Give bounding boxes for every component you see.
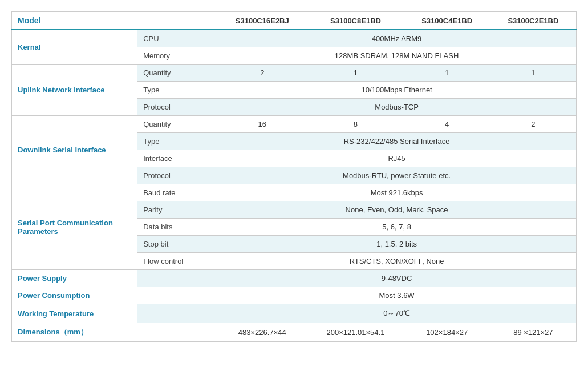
category-cell: Working Temperature <box>12 304 137 323</box>
value-cell: 1 <box>307 65 404 82</box>
sublabel-cell: Type <box>137 82 217 99</box>
table-row: Serial Port Communication ParametersBaud… <box>12 184 577 201</box>
table-row: Working Temperature0～70℃ <box>12 304 577 323</box>
value-cell: 1 <box>404 65 490 82</box>
value-cell: 4 <box>404 116 490 133</box>
value-cell: 483×226.7×44 <box>217 323 307 342</box>
sublabel-cell: Stop bit <box>137 236 217 253</box>
value-cell-span: RJ45 <box>217 150 577 167</box>
sublabel-cell: Quantity <box>137 65 217 82</box>
sublabel-cell: Flow control <box>137 253 217 270</box>
value-cell-span: None, Even, Odd, Mark, Space <box>217 201 577 219</box>
table-row: Uplink Network InterfaceQuantity2111 <box>12 65 577 82</box>
value-cell-span: Modbus-TCP <box>217 99 577 116</box>
value-cell-span: 10/100Mbps Ethernet <box>217 82 577 99</box>
table-row: Power ConsumptionMost 3.6W <box>12 287 577 304</box>
sublabel-cell: Parity <box>137 201 217 219</box>
category-cell: Power Consumption <box>12 287 137 304</box>
sublabel-cell: Protocol <box>137 99 217 116</box>
value-cell: 102×184×27 <box>404 323 490 342</box>
category-cell: Downlink Serial Interface <box>12 116 137 184</box>
sublabel-cell <box>137 323 217 342</box>
sublabel-cell <box>137 270 217 287</box>
value-cell-span: 9-48VDC <box>217 270 577 287</box>
header-col2: S3100C16E2BJ <box>217 12 307 30</box>
value-cell-span: 1, 1.5, 2 bits <box>217 236 577 253</box>
table-row: Downlink Serial InterfaceQuantity16842 <box>12 116 577 133</box>
sublabel-cell <box>137 287 217 304</box>
header-col5: S3100C2E1BD <box>490 12 576 30</box>
value-cell-span: RTS/CTS, XON/XOFF, None <box>217 253 577 270</box>
category-cell: Kernal <box>12 30 137 65</box>
sublabel-cell: Quantity <box>137 116 217 133</box>
header-col4: S3100C4E1BD <box>404 12 490 30</box>
value-cell-span: 5, 6, 7, 8 <box>217 219 577 236</box>
table-row: Dimensions（mm）483×226.7×44200×121.01×54.… <box>12 323 577 342</box>
value-cell: 8 <box>307 116 404 133</box>
table-row: KernalCPU400MHz ARM9 <box>12 30 577 47</box>
value-cell: 200×121.01×54.1 <box>307 323 404 342</box>
sublabel-cell: CPU <box>137 30 217 47</box>
value-cell-span: Most 921.6kbps <box>217 184 577 201</box>
sublabel-cell: Protocol <box>137 167 217 184</box>
sublabel-cell: Data bits <box>137 219 217 236</box>
header-col3: S3100C8E1BD <box>307 12 404 30</box>
sublabel-cell: Type <box>137 133 217 150</box>
sublabel-cell: Memory <box>137 47 217 65</box>
value-cell-span: Most 3.6W <box>217 287 577 304</box>
sublabel-cell: Interface <box>137 150 217 167</box>
sublabel-cell <box>137 304 217 323</box>
value-cell-span: RS-232/422/485 Serial Interface <box>217 133 577 150</box>
category-cell: Serial Port Communication Parameters <box>12 184 137 270</box>
value-cell-span: 0～70℃ <box>217 304 577 323</box>
table-header-row: Model S3100C16E2BJ S3100C8E1BD S3100C4E1… <box>12 12 577 30</box>
value-cell: 2 <box>217 65 307 82</box>
value-cell-span: Modbus-RTU, power Statute etc. <box>217 167 577 184</box>
value-cell: 2 <box>490 116 576 133</box>
value-cell: 89 ×121×27 <box>490 323 576 342</box>
table-row: Power Supply9-48VDC <box>12 270 577 287</box>
value-cell: 1 <box>490 65 576 82</box>
category-cell: Dimensions（mm） <box>12 323 137 342</box>
value-cell-span: 128MB SDRAM, 128M NAND FLASH <box>217 47 577 65</box>
header-model: Model <box>12 12 217 30</box>
value-cell-span: 400MHz ARM9 <box>217 30 577 47</box>
category-cell: Power Supply <box>12 270 137 287</box>
value-cell: 16 <box>217 116 307 133</box>
spec-table: Model S3100C16E2BJ S3100C8E1BD S3100C4E1… <box>11 11 577 342</box>
sublabel-cell: Baud rate <box>137 184 217 201</box>
category-cell: Uplink Network Interface <box>12 65 137 116</box>
